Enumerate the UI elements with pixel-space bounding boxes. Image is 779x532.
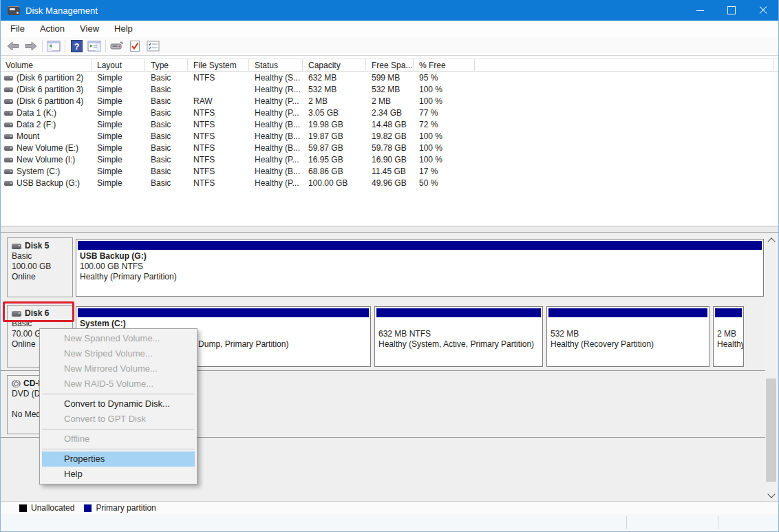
partition-disk-5-0[interactable]: USB Backup (G:)100.00 GB NTFSHealthy (Pr… xyxy=(76,239,764,297)
toolbar-separator xyxy=(105,40,106,52)
cell-capacity: 59.87 GB xyxy=(303,142,366,154)
cell-file-system xyxy=(188,84,249,96)
cell-volume: System (C:) xyxy=(0,166,92,178)
vertical-scrollbar[interactable] xyxy=(765,234,777,501)
table-row[interactable]: Data 2 (F:)SimpleBasicNTFSHealthy (B...1… xyxy=(0,119,779,131)
menu-item-properties[interactable]: Properties xyxy=(42,451,195,467)
help-icon: ? xyxy=(71,40,83,52)
disk-name-text: Disk 5 xyxy=(25,241,49,251)
table-row[interactable]: New Volume (I:)SimpleBasicNTFSHealthy (P… xyxy=(0,154,779,166)
legend-label: Primary partition xyxy=(96,503,156,513)
menu-separator xyxy=(42,429,195,429)
menu-item-help[interactable]: Help xyxy=(42,467,195,482)
chevron-up-icon xyxy=(767,237,775,245)
disk-type: Basic xyxy=(12,251,71,262)
disk-name-text: Disk 6 xyxy=(25,308,49,319)
cell-type: Basic xyxy=(145,166,188,178)
cell-status: Healthy (P... xyxy=(249,107,303,119)
legend-swatch xyxy=(84,504,92,512)
cell-status: Healthy (S... xyxy=(249,72,303,84)
partition-type-strip xyxy=(376,308,541,317)
cell-type: Basic xyxy=(145,119,188,131)
show-action-pane-icon xyxy=(87,41,101,52)
table-row[interactable]: (Disk 6 partition 2)SimpleBasicNTFSHealt… xyxy=(0,72,779,84)
cell-free-spa-: 2.34 GB xyxy=(366,107,414,119)
menu-view[interactable]: View xyxy=(72,21,107,37)
maximize-button[interactable] xyxy=(716,0,747,21)
cell-status: Healthy (B... xyxy=(249,142,303,154)
cell-status: Healthy (P... xyxy=(249,154,303,166)
volume-list-pane: VolumeLayoutTypeFile SystemStatusCapacit… xyxy=(0,56,779,226)
cell-free-spa-: 49.96 GB xyxy=(366,178,414,189)
cell-volume: New Volume (E:) xyxy=(0,142,92,154)
disk-tool-button[interactable] xyxy=(108,39,126,54)
show-action-pane-button[interactable] xyxy=(85,39,103,54)
scroll-down-button[interactable] xyxy=(765,489,777,501)
cell-capacity: 16.95 GB xyxy=(303,154,366,166)
cell-status: Healthy (B... xyxy=(249,166,303,178)
partition-health: Healthy (Primary Partition) xyxy=(80,272,763,282)
action-check-button[interactable] xyxy=(126,39,144,54)
table-row[interactable]: USB Backup (G:)SimpleBasicNTFSHealthy (P… xyxy=(0,178,779,189)
column-header--free[interactable]: % Free xyxy=(414,59,475,72)
partition-health: Healthy (System, Active, Primary Partiti… xyxy=(378,339,542,350)
menu-item-new-spanned-volume[interactable]: New Spanned Volume... xyxy=(42,331,195,346)
partition-disk-6-1[interactable]: 632 MB NTFSHealthy (System, Active, Prim… xyxy=(374,306,543,367)
column-header-status[interactable]: Status xyxy=(249,59,303,72)
cell-type: Basic xyxy=(145,72,188,84)
menu-item-offline[interactable]: Offline xyxy=(42,432,195,447)
partition-title xyxy=(551,319,709,329)
column-header-capacity[interactable]: Capacity xyxy=(303,59,366,72)
cell--free: 77 % xyxy=(414,107,475,119)
column-header-free-spa-[interactable]: Free Spa... xyxy=(366,59,414,72)
back-button[interactable] xyxy=(4,39,22,54)
legend-item-primary-partition: Primary partition xyxy=(84,503,156,513)
cell-capacity: 100.00 GB xyxy=(303,178,366,189)
cell-file-system: NTFS xyxy=(188,119,249,131)
menu-item-convert-to-gpt-disk[interactable]: Convert to GPT Disk xyxy=(42,412,195,427)
cell-file-system: NTFS xyxy=(188,142,249,154)
menu-item-new-raid-5-volume[interactable]: New RAID-5 Volume... xyxy=(42,376,195,392)
forward-button[interactable] xyxy=(22,39,40,54)
column-header-volume[interactable]: Volume xyxy=(0,59,92,72)
minimize-button[interactable] xyxy=(684,0,716,21)
cell-layout: Simple xyxy=(92,96,145,107)
menu-file[interactable]: File xyxy=(3,21,32,37)
cell-status: Healthy (P... xyxy=(249,178,303,189)
disk-size: 100.00 GB xyxy=(12,262,71,272)
legend-item-unallocated: Unallocated xyxy=(19,503,74,513)
menu-action[interactable]: Action xyxy=(32,21,72,37)
menu-help[interactable]: Help xyxy=(107,21,140,37)
close-button[interactable] xyxy=(747,0,779,21)
disk-label-disk-5[interactable]: Disk 5Basic100.00 GBOnline xyxy=(7,237,73,297)
menu-item-new-mirrored-volume[interactable]: New Mirrored Volume... xyxy=(42,361,195,376)
table-row[interactable]: MountSimpleBasicNTFSHealthy (B...19.87 G… xyxy=(0,131,779,142)
column-header-filler xyxy=(475,59,774,72)
partition-disk-6-2[interactable]: 532 MBHealthy (Recovery Partition) xyxy=(546,306,709,367)
disk-icon xyxy=(12,311,21,317)
help-button[interactable]: ? xyxy=(67,39,85,54)
scroll-up-button[interactable] xyxy=(765,234,777,246)
partition-disk-6-3[interactable]: 2 MBHealthy xyxy=(713,306,744,367)
pane-splitter[interactable] xyxy=(0,226,779,233)
back-arrow-icon xyxy=(6,41,20,51)
show-console-tree-button[interactable] xyxy=(45,39,63,54)
cell-layout: Simple xyxy=(92,107,145,119)
table-row[interactable]: (Disk 6 partition 3)SimpleBasicHealthy (… xyxy=(0,84,779,96)
disk-row-disk-5[interactable]: Disk 5Basic100.00 GBOnlineUSB Backup (G:… xyxy=(0,237,765,297)
column-header-file-system[interactable]: File System xyxy=(188,59,249,72)
table-row[interactable]: (Disk 6 partition 4)SimpleBasicRAWHealth… xyxy=(0,96,779,107)
column-header-type[interactable]: Type xyxy=(145,59,188,72)
table-row[interactable]: Data 1 (K:)SimpleBasicNTFSHealthy (P...3… xyxy=(0,107,779,119)
table-row[interactable]: New Volume (E:)SimpleBasicNTFSHealthy (B… xyxy=(0,142,779,154)
cell-capacity: 19.98 GB xyxy=(303,119,366,131)
properties-list-button[interactable] xyxy=(144,39,162,54)
cell-type: Basic xyxy=(145,84,188,96)
table-row[interactable]: System (C:)SimpleBasicNTFSHealthy (B...6… xyxy=(0,166,779,178)
scrollbar-thumb[interactable] xyxy=(766,379,776,482)
cell-type: Basic xyxy=(145,178,188,189)
column-header-layout[interactable]: Layout xyxy=(92,59,145,72)
menu-item-new-striped-volume[interactable]: New Striped Volume... xyxy=(42,346,195,361)
cell--free: 50 % xyxy=(414,178,475,189)
menu-item-convert-to-dynamic-disk[interactable]: Convert to Dynamic Disk... xyxy=(42,396,195,412)
